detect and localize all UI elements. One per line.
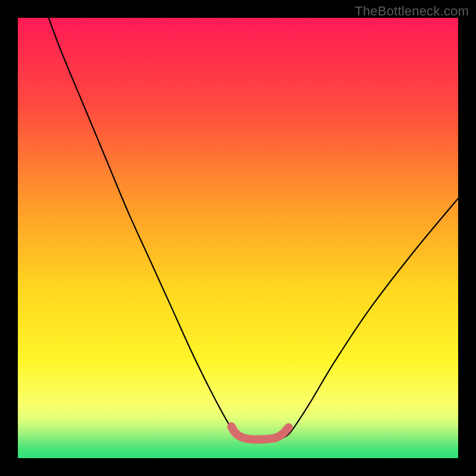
curve-layer (18, 18, 458, 458)
watermark-text: TheBottleneck.com (355, 4, 469, 19)
left-branch-path (49, 18, 243, 439)
chart-frame: TheBottleneck.com (0, 0, 476, 476)
right-branch-path (282, 198, 458, 438)
valley-highlight-path (231, 427, 289, 440)
plot-area (18, 18, 458, 458)
